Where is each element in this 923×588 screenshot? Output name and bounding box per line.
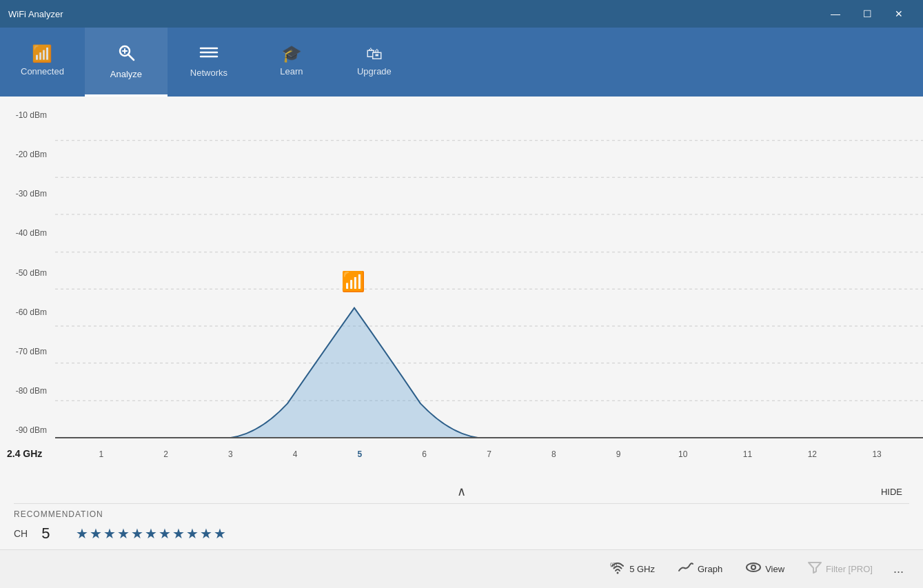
- star-1: ★: [76, 525, 88, 542]
- chart-area: -10 dBm -20 dBm -30 dBm -40 dBm -50 dBm …: [0, 97, 923, 473]
- learn-icon: 🎓: [281, 45, 302, 62]
- x-label-12: 12: [780, 449, 844, 459]
- view-action[interactable]: View: [738, 557, 793, 581]
- star-7: ★: [159, 525, 171, 542]
- x-label-13: 13: [844, 449, 909, 459]
- rec-divider: [14, 503, 909, 504]
- connected-icon: 📶: [32, 45, 52, 62]
- y-label-7: -80 dBm: [0, 386, 55, 396]
- x-label-7: 7: [457, 449, 522, 459]
- tab-connected[interactable]: 📶 Connected: [0, 28, 85, 97]
- wifi-peak-icon: 📶: [341, 270, 366, 293]
- x-label-10: 10: [651, 449, 716, 459]
- star-9: ★: [186, 525, 199, 542]
- x-axis: 1 2 3 4 5 6 7 8 9 10 11 12 13: [55, 449, 923, 459]
- svg-point-17: [617, 572, 619, 574]
- x-label-6: 6: [392, 449, 457, 459]
- filter-icon: [808, 561, 822, 577]
- signal-bell: [221, 308, 487, 438]
- window-controls: — ☐ ✕: [820, 3, 915, 25]
- recommendation-row: CH 5 ★ ★ ★ ★ ★ ★ ★ ★ ★ ★ ★: [14, 525, 909, 543]
- recommendation-stars: ★ ★ ★ ★ ★ ★ ★ ★ ★ ★ ★: [76, 525, 226, 542]
- filter-label: Filter [PRO]: [826, 564, 873, 574]
- star-2: ★: [90, 525, 102, 542]
- tab-connected-label: Connected: [21, 66, 64, 77]
- x-label-8: 8: [521, 449, 586, 459]
- view-label: View: [765, 564, 784, 574]
- x-label-2: 2: [134, 449, 199, 459]
- tab-learn-label: Learn: [280, 66, 303, 77]
- star-5: ★: [131, 525, 143, 542]
- recommended-channel: 5: [41, 525, 62, 543]
- y-label-3: -40 dBm: [0, 228, 55, 238]
- tab-networks-label: Networks: [190, 68, 227, 78]
- tab-upgrade-label: Upgrade: [357, 66, 392, 77]
- x-label-9: 9: [586, 449, 651, 459]
- x-label-5: 5: [327, 449, 392, 459]
- svg-line-1: [128, 54, 134, 60]
- star-11: ★: [214, 525, 226, 542]
- y-label-1: -20 dBm: [0, 150, 55, 159]
- maximize-button[interactable]: ☐: [851, 3, 883, 25]
- recommendation-panel: ∧ HIDE RECOMMENDATION CH 5 ★ ★ ★ ★ ★ ★ ★…: [0, 473, 923, 549]
- chart-container: -10 dBm -20 dBm -30 dBm -40 dBm -50 dBm …: [0, 103, 923, 473]
- fivegHz-label: 5 GHz: [629, 564, 655, 574]
- y-label-5: -60 dBm: [0, 307, 55, 317]
- ch-label: CH: [14, 528, 28, 539]
- minimize-button[interactable]: —: [820, 3, 851, 25]
- view-icon: [746, 561, 761, 577]
- title-bar: WiFi Analyzer — ☐ ✕: [0, 0, 923, 28]
- tab-analyze[interactable]: Analyze: [85, 28, 168, 97]
- x-label-1: 1: [69, 449, 134, 459]
- star-10: ★: [200, 525, 212, 542]
- y-label-4: -50 dBm: [0, 268, 55, 278]
- y-axis: -10 dBm -20 dBm -30 dBm -40 dBm -50 dBm …: [0, 103, 55, 438]
- recommendation-title: RECOMMENDATION: [14, 509, 909, 519]
- star-3: ★: [103, 525, 116, 542]
- y-label-0: -10 dBm: [0, 110, 55, 120]
- nav-tabs: 📶 Connected Analyze Networks 🎓 Learn 🛍: [0, 28, 923, 97]
- signal-chart: 📶: [55, 103, 923, 438]
- filter-action[interactable]: Filter [PRO]: [800, 557, 881, 581]
- chevron-up-icon: ∧: [457, 484, 466, 499]
- svg-text:((|): ((|): [610, 561, 617, 567]
- svg-text:📶: 📶: [341, 270, 366, 293]
- frequency-label: 2.4 GHz: [7, 448, 42, 459]
- fivegHz-action[interactable]: ((|) 5 GHz: [602, 556, 663, 582]
- close-button[interactable]: ✕: [883, 3, 915, 25]
- x-label-3: 3: [199, 449, 263, 459]
- graph-icon: [678, 561, 693, 577]
- y-label-8: -90 dBm: [0, 425, 55, 435]
- y-label-2: -30 dBm: [0, 189, 55, 199]
- star-4: ★: [117, 525, 130, 542]
- hide-label[interactable]: HIDE: [881, 487, 902, 497]
- svg-point-20: [751, 565, 755, 569]
- bottom-bar: ((|) 5 GHz Graph View: [0, 549, 923, 588]
- x-label-4: 4: [263, 449, 327, 459]
- graph-action[interactable]: Graph: [670, 557, 731, 581]
- star-8: ★: [172, 525, 185, 542]
- upgrade-icon: 🛍: [366, 45, 383, 62]
- collapse-button[interactable]: ∧ HIDE: [14, 480, 909, 503]
- analyze-icon: [116, 43, 136, 65]
- graph-label: Graph: [698, 564, 722, 574]
- star-6: ★: [145, 525, 157, 542]
- tab-networks[interactable]: Networks: [168, 28, 250, 97]
- y-label-6: -70 dBm: [0, 347, 55, 356]
- tab-learn[interactable]: 🎓 Learn: [250, 28, 333, 97]
- tab-upgrade[interactable]: 🛍 Upgrade: [333, 28, 416, 97]
- more-button[interactable]: ...: [888, 558, 909, 580]
- x-label-11: 11: [716, 449, 780, 459]
- app-title: WiFi Analyzer: [8, 9, 63, 19]
- svg-point-19: [747, 563, 760, 571]
- tab-analyze-label: Analyze: [110, 69, 142, 79]
- fivegHz-icon: ((|): [610, 560, 625, 578]
- chart-baseline: [55, 437, 923, 438]
- networks-icon: [199, 44, 219, 63]
- main-content: -10 dBm -20 dBm -30 dBm -40 dBm -50 dBm …: [0, 97, 923, 588]
